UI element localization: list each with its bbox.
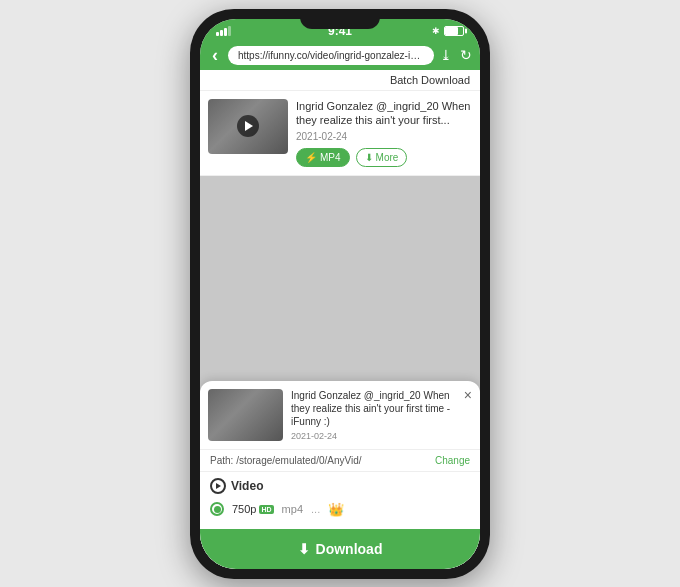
dots-label: ... (311, 503, 320, 515)
download-icon: ⬇ (365, 152, 373, 163)
video-date: 2021-02-24 (296, 131, 472, 142)
address-bar: ‹ https://ifunny.co/video/ingrid-gonzale… (200, 41, 480, 70)
format-label: mp4 (282, 503, 303, 515)
lightning-icon: ⚡ (305, 152, 317, 163)
status-left (216, 26, 235, 36)
video-info: Ingrid Gonzalez @_ingrid_20 When they re… (296, 99, 472, 168)
download-cloud-icon[interactable]: ⤓ (440, 47, 452, 63)
panel-header: Ingrid Gonzalez @_ingrid_20 When they re… (200, 381, 480, 450)
thumbnail-image (208, 99, 288, 154)
panel-title: Ingrid Gonzalez @_ingrid_20 When they re… (291, 389, 452, 428)
quality-value: 750p (232, 503, 256, 515)
batch-download-label: Batch Download (390, 74, 470, 86)
video-section-label: Video (231, 479, 263, 493)
more-button[interactable]: ⬇ More (356, 148, 408, 167)
crown-icon: 👑 (328, 502, 344, 517)
panel-path: Path: /storage/emulated/0/AnyVid/ Change (200, 450, 480, 472)
hd-badge: HD (259, 505, 273, 514)
download-button[interactable]: ⬇ Download (200, 529, 480, 569)
radio-dot (214, 506, 221, 513)
download-panel: Ingrid Gonzalez @_ingrid_20 When they re… (200, 381, 480, 569)
change-link[interactable]: Change (435, 455, 470, 466)
refresh-icon[interactable]: ↻ (460, 47, 472, 63)
play-triangle-icon (216, 483, 221, 489)
signal-icon (216, 26, 231, 36)
battery-icon (444, 26, 464, 36)
download-button-label: Download (316, 541, 383, 557)
phone-notch (300, 19, 380, 29)
video-actions: ⚡ MP4 ⬇ More (296, 148, 472, 167)
mp4-button[interactable]: ⚡ MP4 (296, 148, 350, 167)
video-thumbnail (208, 99, 288, 154)
panel-date: 2021-02-24 (291, 431, 452, 441)
panel-info: Ingrid Gonzalez @_ingrid_20 When they re… (291, 389, 472, 441)
mp4-label: MP4 (320, 152, 341, 163)
main-content: Batch Download Ingrid Gonzalez @_ingrid_… (200, 70, 480, 569)
play-icon (245, 121, 253, 131)
url-input[interactable]: https://ifunny.co/video/ingrid-gonzalez-… (228, 46, 434, 65)
video-title: Ingrid Gonzalez @_ingrid_20 When they re… (296, 99, 472, 128)
close-button[interactable]: × (464, 387, 472, 403)
play-button[interactable] (237, 115, 259, 137)
phone-frame: 9:41 ✱ ‹ https://ifunny.co/video/ingrid-… (190, 9, 490, 579)
phone-screen: 9:41 ✱ ‹ https://ifunny.co/video/ingrid-… (200, 19, 480, 569)
video-section-icon (210, 478, 226, 494)
quality-radio[interactable] (210, 502, 224, 516)
video-card: Ingrid Gonzalez @_ingrid_20 When they re… (200, 91, 480, 177)
more-label: More (376, 152, 399, 163)
panel-thumbnail (208, 389, 283, 441)
back-button[interactable]: ‹ (208, 45, 222, 66)
format-row: 750p HD mp4 ... 👑 (210, 502, 470, 517)
quality-label: 750p HD (232, 503, 274, 515)
bluetooth-icon: ✱ (432, 26, 440, 36)
batch-download-bar: Batch Download (200, 70, 480, 91)
format-section: Video 750p HD mp4 ... 👑 (200, 472, 480, 523)
path-text: Path: /storage/emulated/0/AnyVid/ (210, 455, 362, 466)
format-title: Video (210, 478, 470, 494)
download-arrow-icon: ⬇ (298, 541, 310, 557)
status-right: ✱ (432, 26, 464, 36)
address-icons: ⤓ ↻ (440, 47, 472, 63)
